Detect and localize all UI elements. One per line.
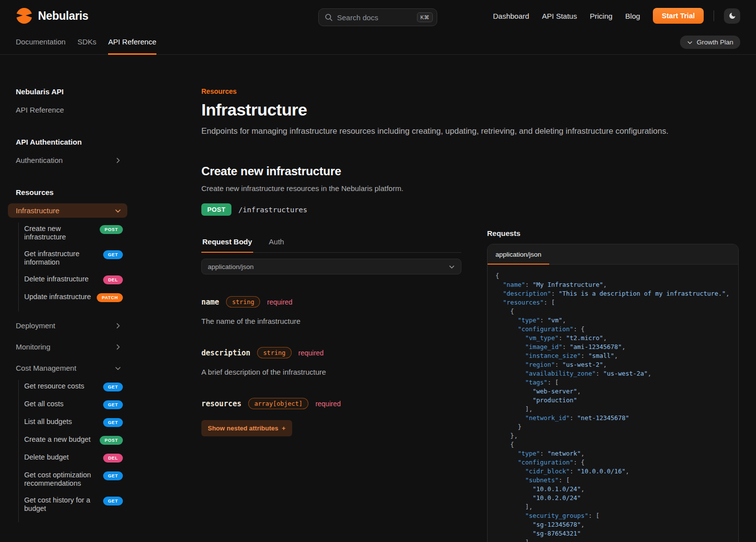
content-type-value: application/json: [208, 263, 254, 271]
sidebar-item-label: API Reference: [16, 106, 64, 114]
doc-tab-api-reference[interactable]: API Reference: [108, 35, 156, 55]
docs-column: Create new infrastructure Create new inf…: [201, 164, 461, 542]
endpoint-path: /infrastructures: [238, 206, 307, 214]
sidebar-endpoint-get-cost-optimization-recommendations[interactable]: Get cost optimization recommendationsGET: [24, 471, 127, 488]
sidebar-endpoint-list-all-budgets[interactable]: List all budgetsGET: [24, 418, 127, 427]
sidebar-item-authentication[interactable]: Authentication: [8, 153, 127, 167]
field-description: descriptionstringrequiredA brief descrip…: [201, 347, 461, 376]
field-required-label: required: [299, 349, 324, 357]
theme-toggle-button[interactable]: [724, 8, 740, 24]
sidebar-item-deployment[interactable]: Deployment: [8, 318, 127, 333]
request-json-code: { "name": "My Infrastructure", "descript…: [488, 265, 738, 542]
page: Nebularis K⌘ Dashboard API Status Pricin…: [0, 0, 756, 542]
chevron-right-icon: [114, 157, 121, 164]
nav-link-pricing[interactable]: Pricing: [590, 12, 612, 20]
sidebar-endpoint-get-all-costs[interactable]: Get all costsGET: [24, 400, 127, 409]
method-badge-get: GET: [103, 250, 123, 259]
sidebar-endpoint-create-new-infrastructure[interactable]: Create new infrastructurePOST: [24, 225, 127, 241]
field-name: name: [201, 298, 219, 307]
nav-link-dashboard[interactable]: Dashboard: [493, 12, 529, 20]
code-panel: application/json { "name": "My Infrastru…: [487, 244, 739, 542]
main-content: Resources Infrastructure Endpoints for m…: [201, 55, 739, 542]
field-required-label: required: [267, 298, 292, 306]
sidebar-endpoint-get-cost-history-for-a-budget[interactable]: Get cost history for a budgetGET: [24, 496, 127, 513]
endpoint-label: Get cost history for a budget: [24, 496, 97, 513]
endpoint-label: Delete budget: [24, 453, 69, 462]
endpoint-method-badge: POST: [201, 203, 231, 216]
sidebar-endpoint-delete-budget[interactable]: Delete budgetDEL: [24, 453, 127, 463]
chevron-down-icon: [114, 207, 121, 214]
page-description: Endpoints for managing infrastructure re…: [201, 126, 739, 136]
header-divider: [714, 10, 714, 21]
sidebar-item-label: Infrastructure: [16, 206, 59, 215]
sidebar-endpoint-create-a-new-budget[interactable]: Create a new budgetPOST: [24, 435, 127, 445]
sidebar-item-cost-management[interactable]: Cost Management: [8, 361, 127, 375]
sidebar-section-resources: Resources: [8, 188, 127, 196]
nebularis-logo-icon: [16, 7, 33, 24]
sidebar-endpoint-update-infrastructure[interactable]: Update infrastructurePATCH: [24, 293, 127, 302]
field-description: The name of the infrastructure: [201, 317, 461, 325]
search-icon: [325, 13, 333, 21]
search-input[interactable]: [337, 13, 413, 22]
endpoint-label: Get resource costs: [24, 382, 84, 390]
nav-link-blog[interactable]: Blog: [625, 12, 640, 20]
field-head: resourcesarray[object]required: [201, 398, 461, 409]
sidebar-endpoint-get-infrastructure-information[interactable]: Get infrastructure informationGET: [24, 250, 127, 267]
endpoint-label: Get all costs: [24, 400, 64, 408]
field-type-pill: array[object]: [248, 398, 308, 409]
chevron-right-icon: [114, 344, 121, 350]
content-type-select[interactable]: application/json: [201, 259, 461, 274]
sidebar-item-infrastructure[interactable]: Infrastructure: [8, 203, 127, 218]
doc-tabs: DocumentationSDKsAPI Reference: [16, 35, 156, 55]
chevron-down-icon: [687, 39, 693, 45]
field-name: description: [201, 348, 250, 357]
field-name: resources: [201, 399, 241, 408]
growth-plan-label: Growth Plan: [697, 39, 733, 46]
method-badge-patch: PATCH: [97, 293, 123, 302]
field-required-label: required: [315, 400, 340, 408]
header: Nebularis K⌘ Dashboard API Status Pricin…: [0, 0, 756, 55]
tab-auth[interactable]: Auth: [268, 233, 285, 253]
search-shortcut-badge: K⌘: [417, 12, 433, 22]
endpoint-label: Update infrastructure: [24, 293, 91, 301]
chevron-right-icon: [114, 322, 121, 329]
doc-tab-sdks[interactable]: SDKs: [77, 35, 96, 55]
field-name: namestringrequiredThe name of the infras…: [201, 296, 461, 325]
plus-icon: +: [282, 425, 286, 432]
code-tab-application-json[interactable]: application/json: [488, 244, 549, 265]
growth-plan-button[interactable]: Growth Plan: [680, 36, 740, 49]
chevron-down-icon: [449, 264, 455, 270]
sidebar-item-label: Deployment: [16, 321, 55, 330]
show-nested-attributes-button[interactable]: Show nested attributes+: [201, 420, 292, 436]
section-title: Create new infrastructure: [201, 164, 461, 178]
sidebar-item-monitoring[interactable]: Monitoring: [8, 340, 127, 354]
endpoint-label: Get infrastructure information: [24, 250, 97, 267]
nav-link-api-status[interactable]: API Status: [542, 12, 577, 20]
search-box[interactable]: K⌘: [318, 8, 437, 26]
sidebar-endpoint-get-resource-costs[interactable]: Get resource costsGET: [24, 382, 127, 391]
brand-logo[interactable]: Nebularis: [16, 7, 88, 24]
sidebar-subgroup-infrastructure: Create new infrastructurePOSTGet infrast…: [18, 223, 127, 311]
sidebar-item-api-reference[interactable]: API Reference: [8, 103, 127, 117]
method-badge-get: GET: [103, 497, 123, 505]
sidebar-endpoint-delete-infrastructure[interactable]: Delete infrastructureDEL: [24, 275, 127, 284]
field-type-pill: string: [257, 347, 291, 358]
method-badge-get: GET: [103, 400, 123, 409]
endpoint-label: Delete infrastructure: [24, 275, 89, 283]
request-body-tabs: Request BodyAuth: [201, 233, 461, 253]
field-description: A brief description of the infrastructur…: [201, 368, 461, 376]
doc-tab-documentation[interactable]: Documentation: [16, 35, 66, 55]
sidebar-section-nebularis-api: Nebularis API: [8, 87, 127, 96]
endpoint-label: Get cost optimization recommendations: [24, 471, 97, 488]
chevron-down-icon: [114, 365, 121, 372]
method-badge-post: POST: [100, 225, 123, 234]
field-resources: resourcesarray[object]requiredShow neste…: [201, 398, 461, 436]
tab-request-body[interactable]: Request Body: [201, 233, 253, 253]
page-title: Infrastructure: [201, 100, 739, 119]
field-type-pill: string: [226, 296, 260, 308]
field-head: descriptionstringrequired: [201, 347, 461, 358]
endpoint-label: Create new infrastructure: [24, 225, 96, 241]
field-head: namestringrequired: [201, 296, 461, 308]
method-badge-get: GET: [103, 471, 123, 480]
start-trial-button[interactable]: Start Trial: [653, 8, 704, 24]
